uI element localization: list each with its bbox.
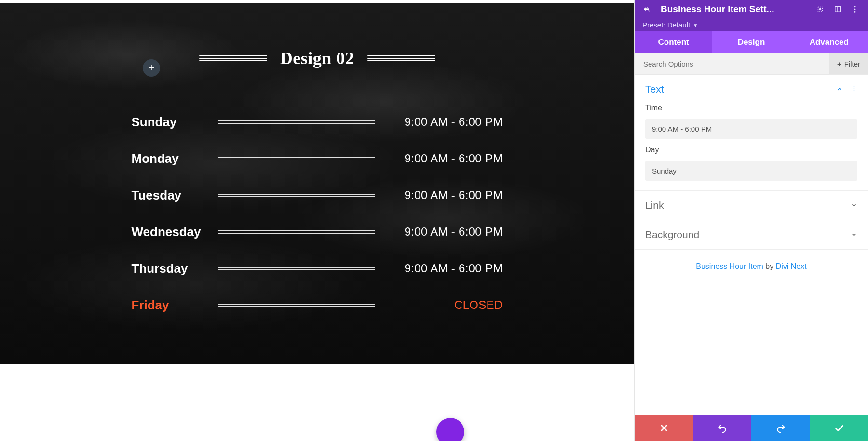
time-label: 9:00 AM - 6:00 PM xyxy=(390,262,503,275)
heading-divider-right xyxy=(367,55,435,61)
section-heading-row: Design 02 xyxy=(199,48,435,68)
time-label: 9:00 AM - 6:00 PM xyxy=(390,152,503,165)
caret-down-icon: ▼ xyxy=(693,23,698,28)
filter-label: Filter xyxy=(844,60,860,68)
filter-button[interactable]: + Filter xyxy=(829,53,868,74)
credits-by: by xyxy=(763,262,776,270)
undo-button[interactable] xyxy=(693,415,751,441)
business-hours-list: Sunday9:00 AM - 6:00 PMMonday9:00 AM - 6… xyxy=(132,104,503,323)
section-background: Background xyxy=(635,220,868,250)
kebab-icon xyxy=(851,85,857,92)
svg-point-5 xyxy=(854,9,856,10)
time-label: 9:00 AM - 6:00 PM xyxy=(390,225,503,239)
floating-action-button[interactable] xyxy=(436,418,464,441)
check-icon xyxy=(834,423,844,433)
heading-divider-left xyxy=(199,55,267,61)
row-divider xyxy=(218,194,375,197)
business-hour-row[interactable]: Tuesday9:00 AM - 6:00 PM xyxy=(132,177,503,214)
time-field-input[interactable] xyxy=(645,119,857,139)
snap-icon xyxy=(833,5,842,13)
day-label: Sunday xyxy=(132,115,214,130)
row-divider xyxy=(218,157,375,160)
redo-icon xyxy=(775,423,786,433)
svg-point-7 xyxy=(854,86,854,87)
day-label: Tuesday xyxy=(132,188,214,203)
section-background-toggle[interactable]: Background xyxy=(635,220,868,249)
section-background-title: Background xyxy=(645,229,699,241)
chevron-down-icon xyxy=(851,231,857,238)
business-hour-row[interactable]: Wednesday9:00 AM - 6:00 PM xyxy=(132,214,503,250)
section-text-content: Time Day xyxy=(635,104,868,190)
day-label: Monday xyxy=(132,151,214,166)
section-heading: Design 02 xyxy=(280,48,354,68)
day-label: Thursday xyxy=(132,261,214,276)
panel-footer xyxy=(635,415,868,441)
back-button[interactable] xyxy=(639,2,654,16)
day-label: Friday xyxy=(132,298,214,313)
module-link[interactable]: Business Hour Item xyxy=(696,262,763,270)
panel-header: Business Hour Item Sett... Preset: Defau… xyxy=(635,0,868,31)
time-label: 9:00 AM - 6:00 PM xyxy=(390,115,503,129)
day-field-input[interactable] xyxy=(645,161,857,181)
panel-title: Business Hour Item Sett... xyxy=(659,4,809,14)
row-divider xyxy=(218,304,375,307)
svg-point-1 xyxy=(820,9,821,10)
section-link-toggle[interactable]: Link xyxy=(635,191,868,220)
expand-icon xyxy=(816,5,825,13)
section-text: Text Time Day xyxy=(635,75,868,191)
module-credits: Business Hour Item by Divi Next xyxy=(635,250,868,283)
panel-tabs: Content Design Advanced xyxy=(635,31,868,53)
svg-point-8 xyxy=(854,88,854,89)
cancel-button[interactable] xyxy=(635,415,693,441)
section-link: Link xyxy=(635,191,868,220)
day-label: Wednesday xyxy=(132,225,214,240)
tab-content[interactable]: Content xyxy=(635,31,712,53)
page-canvas: + Design 02 Sunday9:00 AM - 6:00 PMMonda… xyxy=(0,0,634,441)
undo-icon xyxy=(717,423,728,433)
time-label: 9:00 AM - 6:00 PM xyxy=(390,188,503,202)
plus-icon: + xyxy=(837,60,841,68)
search-input[interactable] xyxy=(635,60,829,68)
tab-advanced[interactable]: Advanced xyxy=(790,31,868,53)
day-field-label: Day xyxy=(645,146,857,154)
section-link-title: Link xyxy=(645,200,664,211)
row-divider xyxy=(218,120,375,124)
settings-panel: Business Hour Item Sett... Preset: Defau… xyxy=(634,0,868,441)
save-button[interactable] xyxy=(810,415,868,441)
business-hour-row[interactable]: Sunday9:00 AM - 6:00 PM xyxy=(132,104,503,140)
svg-point-9 xyxy=(854,90,854,91)
back-arrow-icon xyxy=(642,5,651,13)
row-divider xyxy=(218,230,375,234)
author-link[interactable]: Divi Next xyxy=(776,262,807,270)
time-field-label: Time xyxy=(645,104,857,112)
tab-design[interactable]: Design xyxy=(712,31,790,53)
search-row: + Filter xyxy=(635,53,868,75)
time-label: CLOSED xyxy=(390,298,503,312)
panel-body: Text Time Day Link xyxy=(635,75,868,415)
add-module-button[interactable]: + xyxy=(143,59,160,77)
section-text-title: Text xyxy=(645,83,664,95)
business-hour-row[interactable]: Monday9:00 AM - 6:00 PM xyxy=(132,140,503,177)
close-icon xyxy=(659,423,669,433)
hero-section: + Design 02 Sunday9:00 AM - 6:00 PMMonda… xyxy=(0,0,634,364)
kebab-icon xyxy=(851,5,859,13)
preset-selector[interactable]: Preset: Default ▼ xyxy=(635,18,868,31)
redo-button[interactable] xyxy=(751,415,810,441)
section-text-toggle[interactable]: Text xyxy=(635,75,868,104)
business-hour-row[interactable]: FridayCLOSED xyxy=(132,287,503,323)
section-menu-button[interactable] xyxy=(851,85,857,94)
header-menu-button[interactable] xyxy=(849,3,861,15)
expand-button[interactable] xyxy=(814,3,827,15)
chevron-down-icon xyxy=(851,202,857,209)
row-divider xyxy=(218,267,375,270)
chevron-up-icon xyxy=(836,86,843,93)
svg-point-6 xyxy=(854,11,856,13)
svg-point-4 xyxy=(854,6,856,7)
preset-label: Preset: Default xyxy=(642,21,690,29)
business-hour-row[interactable]: Thursday9:00 AM - 6:00 PM xyxy=(132,250,503,287)
snap-button[interactable] xyxy=(831,3,844,15)
